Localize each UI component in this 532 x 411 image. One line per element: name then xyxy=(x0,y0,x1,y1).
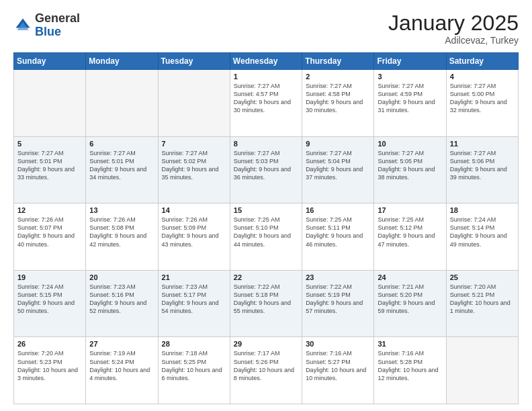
day-number: 2 xyxy=(306,73,370,81)
logo-blue-text: Blue xyxy=(35,25,61,38)
day-cell-12: 12Sunrise: 7:26 AMSunset: 5:07 PMDayligh… xyxy=(14,203,86,271)
day-info: Sunrise: 7:16 AMSunset: 5:27 PMDaylight:… xyxy=(306,349,370,382)
day-info: Sunrise: 7:25 AMSunset: 5:11 PMDaylight:… xyxy=(306,216,370,248)
day-cell-20: 20Sunrise: 7:23 AMSunset: 5:16 PMDayligh… xyxy=(86,270,158,337)
day-cell-6: 6Sunrise: 7:27 AMSunset: 5:01 PMDaylight… xyxy=(86,136,158,203)
calendar-week-3: 12Sunrise: 7:26 AMSunset: 5:07 PMDayligh… xyxy=(14,203,519,271)
day-cell-4: 4Sunrise: 7:27 AMSunset: 5:00 PMDaylight… xyxy=(446,70,518,137)
day-number: 4 xyxy=(450,73,515,81)
day-info: Sunrise: 7:27 AMSunset: 5:00 PMDaylight:… xyxy=(450,82,515,115)
day-cell-18: 18Sunrise: 7:24 AMSunset: 5:14 PMDayligh… xyxy=(446,203,518,271)
day-number: 24 xyxy=(378,273,442,281)
day-info: Sunrise: 7:25 AMSunset: 5:10 PMDaylight:… xyxy=(234,216,298,248)
day-cell-23: 23Sunrise: 7:22 AMSunset: 5:19 PMDayligh… xyxy=(302,270,374,337)
day-cell-19: 19Sunrise: 7:24 AMSunset: 5:15 PMDayligh… xyxy=(14,270,86,337)
day-info: Sunrise: 7:27 AMSunset: 5:03 PMDaylight:… xyxy=(234,149,298,182)
header: General Blue January 2025 Adilcevaz, Tur… xyxy=(13,12,519,46)
day-number: 17 xyxy=(378,206,442,214)
logo-general-text: General xyxy=(35,11,80,25)
location: Adilcevaz, Turkey xyxy=(388,35,519,46)
empty-cell xyxy=(158,70,230,137)
empty-cell xyxy=(14,70,86,137)
day-header-saturday: Saturday xyxy=(446,53,518,70)
day-info: Sunrise: 7:25 AMSunset: 5:12 PMDaylight:… xyxy=(378,216,442,248)
day-cell-27: 27Sunrise: 7:19 AMSunset: 5:24 PMDayligh… xyxy=(86,337,158,404)
logo: General Blue xyxy=(13,12,80,39)
day-number: 16 xyxy=(306,206,370,214)
day-cell-8: 8Sunrise: 7:27 AMSunset: 5:03 PMDaylight… xyxy=(230,136,302,203)
day-header-friday: Friday xyxy=(374,53,446,70)
day-header-sunday: Sunday xyxy=(14,53,86,70)
day-number: 6 xyxy=(89,140,154,148)
day-cell-1: 1Sunrise: 7:27 AMSunset: 4:57 PMDaylight… xyxy=(230,70,302,137)
month-year: January 2025 xyxy=(388,12,519,34)
day-cell-30: 30Sunrise: 7:16 AMSunset: 5:27 PMDayligh… xyxy=(302,337,374,404)
day-info: Sunrise: 7:23 AMSunset: 5:16 PMDaylight:… xyxy=(89,283,154,316)
day-info: Sunrise: 7:16 AMSunset: 5:28 PMDaylight:… xyxy=(378,349,442,382)
day-cell-17: 17Sunrise: 7:25 AMSunset: 5:12 PMDayligh… xyxy=(374,203,446,271)
day-info: Sunrise: 7:27 AMSunset: 5:06 PMDaylight:… xyxy=(450,149,515,182)
day-info: Sunrise: 7:27 AMSunset: 4:59 PMDaylight:… xyxy=(378,82,442,115)
day-info: Sunrise: 7:26 AMSunset: 5:07 PMDaylight:… xyxy=(17,216,82,248)
calendar-week-4: 19Sunrise: 7:24 AMSunset: 5:15 PMDayligh… xyxy=(14,270,519,337)
day-info: Sunrise: 7:27 AMSunset: 5:02 PMDaylight:… xyxy=(162,149,226,182)
day-number: 7 xyxy=(162,140,226,148)
day-info: Sunrise: 7:24 AMSunset: 5:15 PMDaylight:… xyxy=(17,283,82,316)
day-number: 30 xyxy=(306,340,370,348)
day-cell-11: 11Sunrise: 7:27 AMSunset: 5:06 PMDayligh… xyxy=(446,136,518,203)
day-cell-26: 26Sunrise: 7:20 AMSunset: 5:23 PMDayligh… xyxy=(14,337,86,404)
day-cell-9: 9Sunrise: 7:27 AMSunset: 5:04 PMDaylight… xyxy=(302,136,374,203)
day-cell-31: 31Sunrise: 7:16 AMSunset: 5:28 PMDayligh… xyxy=(374,337,446,404)
day-info: Sunrise: 7:27 AMSunset: 5:05 PMDaylight:… xyxy=(378,149,442,182)
day-number: 1 xyxy=(234,73,298,81)
calendar-header-row: SundayMondayTuesdayWednesdayThursdayFrid… xyxy=(14,53,519,70)
day-info: Sunrise: 7:26 AMSunset: 5:08 PMDaylight:… xyxy=(89,216,154,248)
calendar-table: SundayMondayTuesdayWednesdayThursdayFrid… xyxy=(13,52,519,404)
day-info: Sunrise: 7:21 AMSunset: 5:20 PMDaylight:… xyxy=(378,283,442,316)
day-number: 20 xyxy=(89,273,154,281)
calendar-week-2: 5Sunrise: 7:27 AMSunset: 5:01 PMDaylight… xyxy=(14,136,519,203)
day-number: 12 xyxy=(17,206,82,214)
day-cell-25: 25Sunrise: 7:20 AMSunset: 5:21 PMDayligh… xyxy=(446,270,518,337)
day-header-tuesday: Tuesday xyxy=(158,53,230,70)
day-number: 31 xyxy=(378,340,442,348)
logo-icon xyxy=(13,16,32,35)
day-info: Sunrise: 7:27 AMSunset: 5:04 PMDaylight:… xyxy=(306,149,370,182)
day-number: 28 xyxy=(162,340,226,348)
day-header-monday: Monday xyxy=(86,53,158,70)
day-info: Sunrise: 7:27 AMSunset: 5:01 PMDaylight:… xyxy=(17,149,82,182)
day-cell-24: 24Sunrise: 7:21 AMSunset: 5:20 PMDayligh… xyxy=(374,270,446,337)
day-cell-16: 16Sunrise: 7:25 AMSunset: 5:11 PMDayligh… xyxy=(302,203,374,271)
day-info: Sunrise: 7:27 AMSunset: 4:57 PMDaylight:… xyxy=(234,82,298,115)
day-number: 5 xyxy=(17,140,82,148)
day-number: 9 xyxy=(306,140,370,148)
empty-cell xyxy=(446,337,518,404)
day-info: Sunrise: 7:20 AMSunset: 5:23 PMDaylight:… xyxy=(17,349,82,382)
day-number: 14 xyxy=(162,206,226,214)
day-info: Sunrise: 7:22 AMSunset: 5:19 PMDaylight:… xyxy=(306,283,370,316)
day-number: 22 xyxy=(234,273,298,281)
day-number: 23 xyxy=(306,273,370,281)
day-number: 11 xyxy=(450,140,515,148)
day-cell-15: 15Sunrise: 7:25 AMSunset: 5:10 PMDayligh… xyxy=(230,203,302,271)
day-number: 8 xyxy=(234,140,298,148)
day-number: 27 xyxy=(89,340,154,348)
day-number: 10 xyxy=(378,140,442,148)
calendar-week-5: 26Sunrise: 7:20 AMSunset: 5:23 PMDayligh… xyxy=(14,337,519,404)
day-info: Sunrise: 7:27 AMSunset: 5:01 PMDaylight:… xyxy=(89,149,154,182)
day-number: 21 xyxy=(162,273,226,281)
page: General Blue January 2025 Adilcevaz, Tur… xyxy=(0,0,532,411)
day-cell-7: 7Sunrise: 7:27 AMSunset: 5:02 PMDaylight… xyxy=(158,136,230,203)
day-cell-3: 3Sunrise: 7:27 AMSunset: 4:59 PMDaylight… xyxy=(374,70,446,137)
calendar-week-1: 1Sunrise: 7:27 AMSunset: 4:57 PMDaylight… xyxy=(14,70,519,137)
day-header-thursday: Thursday xyxy=(302,53,374,70)
day-number: 18 xyxy=(450,206,515,214)
day-cell-22: 22Sunrise: 7:22 AMSunset: 5:18 PMDayligh… xyxy=(230,270,302,337)
day-info: Sunrise: 7:17 AMSunset: 5:26 PMDaylight:… xyxy=(234,349,298,382)
title-block: January 2025 Adilcevaz, Turkey xyxy=(388,12,519,46)
day-header-wednesday: Wednesday xyxy=(230,53,302,70)
day-cell-10: 10Sunrise: 7:27 AMSunset: 5:05 PMDayligh… xyxy=(374,136,446,203)
day-cell-28: 28Sunrise: 7:18 AMSunset: 5:25 PMDayligh… xyxy=(158,337,230,404)
day-info: Sunrise: 7:19 AMSunset: 5:24 PMDaylight:… xyxy=(89,349,154,382)
empty-cell xyxy=(86,70,158,137)
